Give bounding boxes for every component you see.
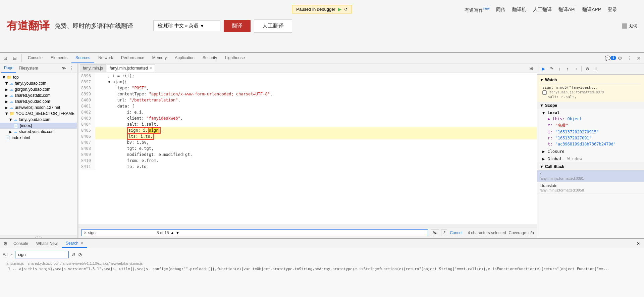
step-out-button[interactable]: ↑ [564,65,571,73]
search-prev-button[interactable]: ▲ [170,230,174,235]
horizontal-scrollbar[interactable] [78,224,537,227]
more-options-button[interactable]: ⋮ [625,54,633,62]
tree-item-index[interactable]: 📄 (index) [0,123,77,129]
tree-item-shared-ydstatic-nested[interactable]: ▶ ☁ shared.ydstatic.com [0,129,77,135]
translate-button[interactable]: 翻译 [224,20,251,32]
watch-expand-icon[interactable]: ▼ [540,78,544,82]
search-clear-x[interactable]: ✕ [84,230,87,235]
code-line-8402: 8402 i: e.i, [78,109,537,115]
tree-item-index-html[interactable]: 📄 index.html [0,135,77,141]
regex-dot-button[interactable]: .* [10,253,13,257]
search-result-file-1[interactable]: fanyi.min.js shared.ydstatic.com/fanyi/n… [3,261,641,266]
tab-security[interactable]: Security [199,53,221,63]
search-result-line-1[interactable]: 1 ...ajs:this.seajs},seajs.version="1.3.… [3,266,641,271]
settings-button[interactable]: ⚙ [616,54,624,62]
step-over-button[interactable]: ↷ [548,65,555,73]
tree-item-gorgon[interactable]: ▶ ☁ gorgon.youdao.com [0,86,77,92]
scope-local-header[interactable]: ▼ Local [537,110,644,116]
tree-item-shared-ydstatic[interactable]: ▶ ☁ shared.ydstatic.com [0,92,77,98]
code-view[interactable]: 8396 , i = r(t); 8397 n.ajax({ 8398 type… [78,73,537,224]
bottom-tab-console[interactable]: Console [9,239,32,248]
sidebar-tab-filesystem[interactable]: Filesystem [16,63,41,73]
clear-search-button[interactable]: ⊘ [78,252,82,257]
triangle-icon: ▶ [9,130,12,134]
close-tab-icon[interactable]: ✕ [149,66,152,70]
tab-lighthouse[interactable]: Lighthouse [221,53,249,63]
nav-login[interactable]: 登录 [608,7,617,13]
callstack-entry-translate[interactable]: t.translate fanyi.min.js:formatted:8958 [537,182,644,194]
resume-icon[interactable]: ▶ [338,7,341,12]
inspect-element-button[interactable]: ⊡ [1,54,9,62]
devtools-tabs: Console Elements Sources Network Perform… [24,53,606,63]
tab-elements[interactable]: Elements [47,53,71,63]
lang-detect-dropdown[interactable]: 检测到: 中文 » 英语 ▾ [153,20,220,31]
console-notification-button[interactable]: 💬 1 [606,54,614,62]
scope-global-header[interactable]: ▶ Global Window [537,156,644,162]
tree-item-fanyi-nested[interactable]: ▶ ☁ fanyi.youdao.com [0,117,77,123]
tab-network[interactable]: Network [94,53,117,63]
nav-human[interactable]: 人工翻译 [533,7,552,13]
tab-application[interactable]: Application [171,53,199,63]
code-line-8400: 8400 url: "/bettertranslation", [78,97,537,103]
sidebar-tab-page[interactable]: Page [1,63,16,73]
editor-search-input-wrap[interactable]: ✕ 8 of 15 ▲ ▼ [81,229,428,236]
match-case-aa-button[interactable]: Aa [3,252,8,257]
device-toolbar-button[interactable]: ⊟ [11,54,19,62]
scope-header[interactable]: ▼ Scope [537,102,644,109]
tree-item-top[interactable]: ▶ 📁 top [0,74,77,80]
feature-checkbox[interactable] [622,23,627,29]
tree-item-fanyi-youdao[interactable]: ▶ ☁ fanyi.youdao.com [0,80,77,86]
close-search-tab-icon[interactable]: ✕ [80,241,83,245]
nav-machine[interactable]: 翻译机 [512,7,526,13]
devtools-toolbar: ⊡ ⊟ Console Elements Sources Network Per… [0,53,644,63]
nav-writing[interactable]: 有道写作new [465,7,489,13]
sidebar-resize-handle[interactable]: ◁ ▷ [0,236,77,238]
tab-console[interactable]: Console [24,53,47,63]
close-devtools-button[interactable]: ✕ [635,54,643,62]
pause-on-exceptions-button[interactable]: ⏸ [592,65,599,73]
tab-sources[interactable]: Sources [71,53,94,63]
tab-memory[interactable]: Memory [148,53,171,63]
editor-tab-fanyi-formatted[interactable]: fanyi.min.js:formatted ✕ [107,64,155,72]
close-bottom-panel-button[interactable]: ✕ [634,241,643,246]
match-case-button[interactable]: Aa [431,229,439,236]
refresh-search-button[interactable]: ↺ [71,252,75,257]
callstack-header[interactable]: ▼ Call Stack [537,163,644,170]
step-over-icon[interactable]: ↺ [344,7,348,12]
step-into-button[interactable]: ↓ [556,65,563,73]
file-icon: 📄 [5,135,10,140]
scope-this[interactable]: ▶ this: Object [537,116,644,122]
watch-checkbox[interactable] [542,90,547,95]
tab-label: fanyi.min.js [83,66,103,71]
tree-item-shared-youdao[interactable]: ▶ ☁ shared.youdao.com [0,98,77,104]
scope-closure-header[interactable]: ▶ Closure [537,148,644,155]
tab-performance[interactable]: Performance [117,53,148,63]
resume-button[interactable]: ▶ [540,65,547,73]
search-cancel-button[interactable]: Cancel [450,230,462,235]
search-next-button[interactable]: ▼ [176,230,180,235]
code-line-8407: 8407 bv: i.bv, [78,139,537,145]
regex-button[interactable]: .* [441,229,447,236]
sidebar-more-button[interactable]: ≫ [62,66,66,71]
step-button[interactable]: → [572,65,579,73]
cloud-icon: ☁ [9,105,13,110]
sidebar-menu-button[interactable]: ⋮ [67,64,75,72]
bottom-tab-whats-new[interactable]: What's New [32,239,62,248]
bottom-tab-search[interactable]: Search ✕ [62,239,87,248]
deactivate-breakpoints-button[interactable]: ⊘ [584,65,591,73]
watch-entry: sign: n.md5("fanyidesk... fanyi.min.js:f… [540,84,641,100]
callstack-entry-r[interactable]: r fanyi.min.js:formatted:8391 [537,170,644,182]
bottom-search-input[interactable] [15,251,69,258]
folder-icon: 📁 [9,111,14,116]
bottom-panel-settings-button[interactable]: ⚙ [1,240,9,248]
right-panel: ▶ ↷ ↓ ↑ → ⊘ ⏸ ▼ Watch sign: n.md5( [537,63,644,238]
tree-item-youdao-selector[interactable]: ▶ 📁 YOUDAO_SELECTOR_IFRAME [0,111,77,117]
nav-live[interactable]: 同传 [496,7,505,13]
tree-item-urs[interactable]: ▶ ☁ urswwebzj.nosdn.127.net [0,104,77,111]
human-translate-button[interactable]: 人工翻译 [254,19,292,33]
editor-search-input[interactable] [88,230,155,235]
editor-tab-fanyi-min[interactable]: fanyi.min.js [80,64,106,72]
split-editor-button[interactable]: ⊞ [527,64,535,72]
nav-app[interactable]: 翻译APP [582,7,601,13]
nav-api[interactable]: 翻译API [558,7,576,13]
